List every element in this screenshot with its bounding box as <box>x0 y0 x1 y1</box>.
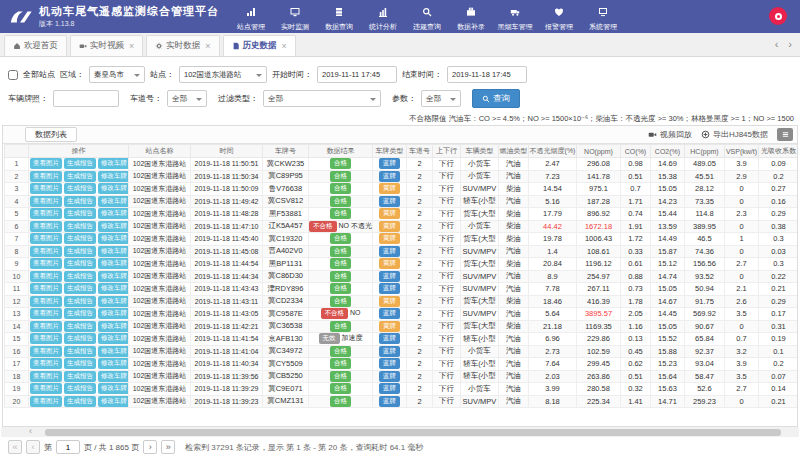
generate-report-button[interactable]: 生成报告 <box>64 383 96 394</box>
nav-item-2[interactable]: 实时监测 <box>273 1 317 32</box>
edit-plate-button[interactable]: 修改车牌 <box>98 371 129 382</box>
generate-report-button[interactable]: 生成报告 <box>64 371 96 382</box>
edit-plate-button[interactable]: 修改车牌 <box>98 383 129 394</box>
tab-welcome[interactable]: 欢迎首页 <box>4 35 67 56</box>
next-page-button[interactable]: › <box>143 440 157 454</box>
view-image-button[interactable]: 查看图片 <box>30 171 62 182</box>
generate-report-button[interactable]: 生成报告 <box>64 321 96 332</box>
edit-plate-button[interactable]: 修改车牌 <box>98 271 129 282</box>
view-image-button[interactable]: 查看图片 <box>30 333 62 344</box>
view-image-button[interactable]: 查看图片 <box>30 208 62 219</box>
tab-realtime-data[interactable]: 实时数据 × <box>146 35 219 56</box>
view-image-button[interactable]: 查看图片 <box>30 371 62 382</box>
view-image-button[interactable]: 查看图片 <box>30 271 62 282</box>
nav-item-5[interactable]: 违规查询 <box>405 1 449 32</box>
view-image-button[interactable]: 查看图片 <box>30 383 62 394</box>
edit-plate-button[interactable]: 修改车牌 <box>98 233 129 244</box>
edit-plate-button[interactable]: 修改车牌 <box>98 346 129 357</box>
tab-realtime-video[interactable]: 实时视频 × <box>70 35 143 56</box>
view-image-button[interactable]: 查看图片 <box>30 183 62 194</box>
generate-report-button[interactable]: 生成报告 <box>64 346 96 357</box>
edit-plate-button[interactable]: 修改车牌 <box>98 183 129 194</box>
video-playback-button[interactable]: 视频回放 <box>648 129 692 140</box>
nav-item-9[interactable]: 系统管理 <box>581 1 625 32</box>
edit-plate-button[interactable]: 修改车牌 <box>98 283 129 294</box>
view-image-button[interactable]: 查看图片 <box>30 321 62 332</box>
edit-plate-button[interactable]: 修改车牌 <box>98 396 129 407</box>
edit-plate-button[interactable]: 修改车牌 <box>98 308 129 319</box>
view-image-button[interactable]: 查看图片 <box>30 396 62 407</box>
view-image-button[interactable]: 查看图片 <box>30 258 62 269</box>
edit-plate-button[interactable]: 修改车牌 <box>98 208 129 219</box>
edit-plate-button[interactable]: 修改车牌 <box>98 358 129 369</box>
nav-item-3[interactable]: 数据查询 <box>317 1 361 32</box>
view-image-button[interactable]: 查看图片 <box>30 358 62 369</box>
page-input[interactable] <box>56 440 80 454</box>
edit-plate-button[interactable]: 修改车牌 <box>98 196 129 207</box>
edit-plate-button[interactable]: 修改车牌 <box>98 246 129 257</box>
plate-input[interactable] <box>53 90 119 107</box>
region-select[interactable]: 秦皇岛市 <box>89 66 145 83</box>
generate-report-button[interactable]: 生成报告 <box>64 171 96 182</box>
lane-select[interactable]: 全部 <box>167 90 207 107</box>
close-icon[interactable]: × <box>282 41 287 51</box>
close-icon[interactable]: × <box>129 41 134 51</box>
edit-plate-button[interactable]: 修改车牌 <box>98 333 129 344</box>
cell-plate: 冀CMZ131 <box>263 395 309 408</box>
view-image-button[interactable]: 查看图片 <box>30 296 62 307</box>
view-image-button[interactable]: 查看图片 <box>30 346 62 357</box>
prev-page-button[interactable]: ‹ <box>26 440 40 454</box>
close-icon[interactable]: × <box>205 41 210 51</box>
export-hj845-button[interactable]: 导出HJ845数据 <box>701 129 768 140</box>
generate-report-button[interactable]: 生成报告 <box>64 283 96 294</box>
search-button[interactable]: 查询 <box>472 89 520 108</box>
tab-history-data[interactable]: 历史数据 × <box>223 35 296 56</box>
generate-report-button[interactable]: 生成报告 <box>64 158 96 169</box>
generate-report-button[interactable]: 生成报告 <box>64 233 96 244</box>
edit-plate-button[interactable]: 修改车牌 <box>98 296 129 307</box>
nav-item-8[interactable]: 报警管理 <box>537 1 581 32</box>
edit-plate-button[interactable]: 修改车牌 <box>98 221 129 232</box>
edit-plate-button[interactable]: 修改车牌 <box>98 321 129 332</box>
edit-plate-button[interactable]: 修改车牌 <box>98 171 129 182</box>
end-time-input[interactable] <box>447 66 527 83</box>
generate-report-button[interactable]: 生成报告 <box>64 183 96 194</box>
column-config-button[interactable] <box>777 128 793 141</box>
tab-scroll-right-icon[interactable]: › <box>788 38 792 50</box>
view-image-button[interactable]: 查看图片 <box>30 158 62 169</box>
scrollbar-thumb[interactable] <box>45 429 781 436</box>
generate-report-button[interactable]: 生成报告 <box>64 221 96 232</box>
start-time-input[interactable] <box>317 66 397 83</box>
generate-report-button[interactable]: 生成报告 <box>64 196 96 207</box>
view-image-button[interactable]: 查看图片 <box>30 283 62 294</box>
view-image-button[interactable]: 查看图片 <box>30 233 62 244</box>
first-page-button[interactable]: « <box>8 440 22 454</box>
scroll-left-icon[interactable]: ‹ <box>29 426 32 436</box>
nav-item-7[interactable]: 黑烟车管理 <box>493 1 537 32</box>
generate-report-button[interactable]: 生成报告 <box>64 208 96 219</box>
view-image-button[interactable]: 查看图片 <box>30 246 62 257</box>
tab-scroll-left-icon[interactable]: ‹ <box>775 38 779 50</box>
edit-plate-button[interactable]: 修改车牌 <box>98 258 129 269</box>
view-image-button[interactable]: 查看图片 <box>30 196 62 207</box>
generate-report-button[interactable]: 生成报告 <box>64 308 96 319</box>
view-image-button[interactable]: 查看图片 <box>30 308 62 319</box>
generate-report-button[interactable]: 生成报告 <box>64 333 96 344</box>
last-page-button[interactable]: » <box>161 440 175 454</box>
all-sites-checkbox[interactable] <box>8 70 18 80</box>
edit-plate-button[interactable]: 修改车牌 <box>98 158 129 169</box>
station-select[interactable]: 102国道东港路站 <box>179 66 267 83</box>
view-image-button[interactable]: 查看图片 <box>30 221 62 232</box>
filter-type-select[interactable]: 全部 <box>263 90 381 107</box>
location-pin-icon[interactable] <box>769 7 787 25</box>
generate-report-button[interactable]: 生成报告 <box>64 258 96 269</box>
generate-report-button[interactable]: 生成报告 <box>64 271 96 282</box>
param-select[interactable]: 全部 <box>421 90 461 107</box>
generate-report-button[interactable]: 生成报告 <box>64 246 96 257</box>
generate-report-button[interactable]: 生成报告 <box>64 396 96 407</box>
nav-item-1[interactable]: 站点管理 <box>229 1 273 32</box>
nav-item-6[interactable]: 数据补录 <box>449 1 493 32</box>
generate-report-button[interactable]: 生成报告 <box>64 358 96 369</box>
nav-item-4[interactable]: 统计分析 <box>361 1 405 32</box>
generate-report-button[interactable]: 生成报告 <box>64 296 96 307</box>
